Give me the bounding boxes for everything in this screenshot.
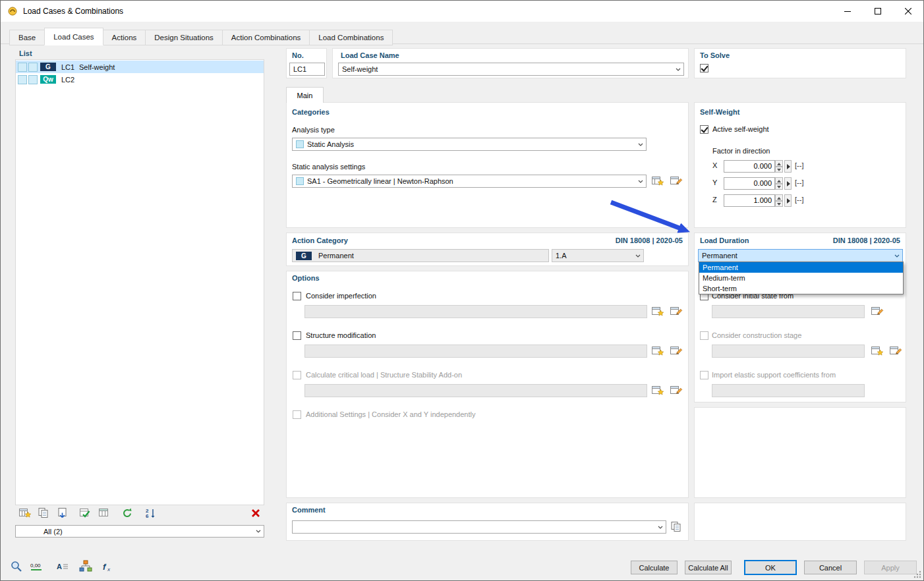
copy-comment-button[interactable] — [670, 520, 684, 534]
decimal-places-icon: 0,00 — [30, 560, 45, 573]
factor-z-input[interactable]: 1.000 — [724, 194, 775, 207]
list-item[interactable]: G LC1 Self-weight — [16, 61, 264, 73]
app-icon — [7, 6, 18, 16]
construction-stage-label: Consider construction stage — [712, 331, 801, 339]
load-case-id: LC2 — [61, 76, 79, 84]
factor-z-slider-button[interactable] — [784, 194, 792, 207]
load-case-list: G LC1 Self-weight Qw LC2 — [15, 59, 264, 505]
calculate-button[interactable]: Calculate — [631, 561, 678, 574]
tab-actions[interactable]: Actions — [103, 30, 146, 45]
list-filter-select[interactable]: All (2) — [15, 525, 264, 538]
close-button[interactable] — [893, 1, 923, 22]
calculate-all-button[interactable]: Calculate All — [685, 561, 732, 574]
factor-direction-label: Factor in direction — [712, 147, 770, 155]
tab-load-combinations[interactable]: Load Combinations — [309, 30, 393, 45]
table-icon — [98, 507, 111, 519]
edit-construction-stage-button[interactable] — [888, 345, 903, 358]
maximize-button[interactable] — [863, 1, 893, 22]
copy-icon — [670, 521, 683, 533]
spin-up-button[interactable] — [775, 177, 783, 184]
load-case-name: Self-weight — [79, 63, 115, 71]
spin-down-button[interactable] — [775, 201, 783, 208]
active-self-weight-checkbox[interactable] — [700, 125, 708, 134]
names-button[interactable]: A — [55, 559, 71, 574]
consider-imperfection-checkbox[interactable] — [293, 292, 301, 300]
comment-select[interactable] — [292, 520, 666, 534]
tab-load-cases[interactable]: Load Cases — [44, 28, 103, 45]
resize-grip[interactable] — [913, 570, 921, 578]
spin-up-button[interactable] — [775, 160, 783, 167]
import-load-case-button[interactable] — [55, 506, 71, 520]
list-item[interactable]: Qw LC2 — [16, 73, 264, 86]
to-solve-label: To Solve — [700, 51, 730, 59]
load-duration-standard: DIN 18008 | 2020-05 — [833, 236, 900, 244]
renumber-button[interactable] — [120, 506, 136, 520]
edit-static-settings-button[interactable] — [669, 175, 683, 188]
action-category-select[interactable]: G Permanent — [292, 249, 549, 262]
svg-text:f: f — [103, 562, 107, 572]
new-imperfection-button[interactable] — [650, 305, 665, 318]
load-type-badge: G — [40, 63, 56, 71]
static-settings-select[interactable]: SA1 - Geometrically linear | Newton-Raph… — [292, 175, 647, 188]
ok-button[interactable]: OK — [744, 560, 797, 575]
new-static-settings-button[interactable] — [650, 175, 665, 188]
uncheck-load-cases-button[interactable] — [97, 506, 113, 520]
load-duration-select[interactable]: Permanent — [698, 249, 903, 262]
hierarchy-button[interactable] — [78, 559, 94, 574]
structure-modification-checkbox[interactable] — [293, 331, 301, 340]
tab-action-combinations[interactable]: Action Combinations — [222, 30, 310, 45]
new-table-icon — [18, 507, 32, 519]
new-construction-stage-button[interactable] — [870, 345, 884, 358]
edit-structure-modification-button[interactable] — [669, 345, 683, 358]
edit-initial-state-button[interactable] — [870, 305, 884, 318]
load-duration-header: Load Duration — [700, 236, 749, 244]
tab-base[interactable]: Base — [9, 30, 45, 45]
copy-load-case-button[interactable] — [36, 506, 52, 520]
load-type-badge: Qw — [40, 75, 56, 84]
dropdown-option-medium-term[interactable]: Medium-term — [699, 273, 903, 283]
svg-text:A: A — [57, 563, 62, 570]
factor-x-slider-button[interactable] — [784, 160, 792, 173]
spin-down-button[interactable] — [775, 167, 783, 173]
factor-y-slider-button[interactable] — [784, 177, 792, 190]
chevron-down-icon — [673, 63, 683, 75]
tab-main[interactable]: Main — [286, 87, 324, 103]
new-structure-modification-button[interactable] — [650, 345, 665, 358]
factor-x-input[interactable]: 0.000 — [724, 160, 775, 173]
dropdown-option-permanent[interactable]: Permanent — [699, 262, 903, 273]
design-situation-select[interactable]: 1.A — [552, 249, 644, 262]
minimize-button[interactable] — [832, 1, 863, 22]
critical-load-field — [304, 384, 647, 397]
decimal-places-button[interactable]: 0,00 — [30, 559, 45, 574]
check-table-icon — [79, 507, 92, 519]
edit-imperfection-button[interactable] — [669, 305, 683, 318]
load-cases-dialog: Load Cases & Combinations Base Load Case… — [0, 0, 924, 581]
list-filter-value: All (2) — [43, 528, 63, 536]
cancel-button[interactable]: Cancel — [804, 561, 857, 574]
delete-load-case-button[interactable] — [248, 506, 264, 520]
check-load-cases-button[interactable] — [78, 506, 94, 520]
spin-down-button[interactable] — [775, 184, 783, 190]
construction-stage-field — [712, 345, 865, 358]
new-critical-load-button[interactable] — [650, 384, 665, 397]
tab-design-situations[interactable]: Design Situations — [145, 30, 223, 45]
sort-button[interactable]: 26 — [143, 506, 159, 520]
new-table-icon — [651, 385, 664, 397]
new-load-case-button[interactable] — [17, 506, 33, 520]
function-button[interactable]: fx — [100, 559, 116, 574]
to-solve-checkbox[interactable] — [700, 64, 708, 72]
edit-table-icon — [670, 345, 683, 357]
find-button[interactable] — [9, 559, 24, 574]
edit-table-icon — [670, 175, 683, 187]
factor-y-input[interactable]: 0.000 — [724, 177, 775, 190]
apply-button[interactable]: Apply — [864, 561, 917, 574]
self-weight-section: Self-Weight Active self-weight Factor in… — [694, 102, 906, 228]
analysis-type-select[interactable]: Static Analysis — [292, 138, 647, 151]
load-case-name-select[interactable]: Self-weight — [338, 63, 684, 76]
edit-critical-load-button[interactable] — [669, 384, 683, 397]
factor-z-unit: [--] — [795, 196, 803, 204]
critical-load-checkbox — [293, 371, 301, 379]
dropdown-option-short-term[interactable]: Short-term — [699, 283, 903, 294]
load-case-number-field[interactable]: LC1 — [289, 63, 325, 76]
spin-up-button[interactable] — [775, 194, 783, 201]
